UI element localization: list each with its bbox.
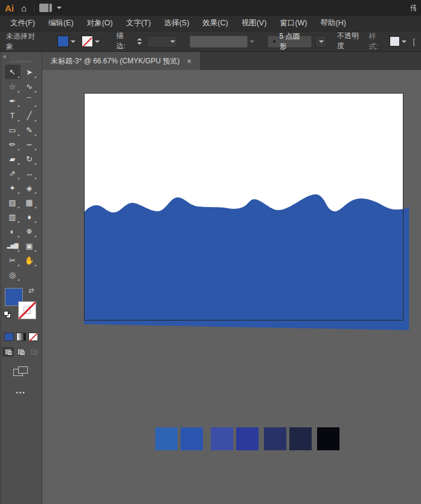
tools-panel: « ↖➤☆∿✒⌒T╱▭✎✏∽▰↻⇗↔✦◈▨▦▥♦◐✵▂▅▇▣✂✋◎ ⇄ [0, 52, 42, 504]
home-icon[interactable]: ⌂ [19, 4, 29, 13]
menu-window[interactable]: 窗口(W) [273, 16, 313, 31]
stroke-weight-label[interactable]: 描边: [117, 31, 133, 53]
mesh-tool[interactable]: ▦ [22, 195, 37, 209]
chevron-down-icon[interactable] [319, 40, 324, 43]
control-bar: 未选择对象 描边: ● 5 点圆形 不透明度 样式: [0, 31, 421, 52]
fill-swatch[interactable] [57, 36, 69, 47]
chevron-down-icon[interactable] [71, 40, 76, 43]
default-fill-stroke-icon[interactable] [4, 311, 11, 318]
pencil-tool[interactable]: ✏ [5, 137, 21, 152]
illustrator-logo: Ai [5, 3, 14, 13]
artwork-swatch-1[interactable] [155, 427, 178, 450]
brush-definition-select[interactable]: ● 5 点圆形 [268, 36, 312, 48]
collapse-panel-icon[interactable]: « [0, 52, 42, 60]
symbol-sprayer-tool[interactable]: ✵ [22, 224, 37, 238]
menu-select[interactable]: 选择(S) [158, 16, 196, 31]
puppet-warp-tool[interactable]: ✦ [5, 180, 21, 195]
stroke-weight-select[interactable] [147, 36, 178, 48]
eyedropper-tool[interactable]: ♦ [22, 209, 37, 224]
smooth-tool[interactable]: ∽ [22, 137, 37, 152]
swap-fill-stroke-icon[interactable]: ⇄ [28, 287, 34, 295]
artboard-tool-icon: ▣ [25, 242, 33, 250]
draw-inside-mode [28, 347, 39, 357]
stroke-weight-stepper[interactable] [136, 38, 143, 45]
scale-tool[interactable]: ⇗ [5, 166, 21, 180]
line-segment-tool-icon: ╱ [27, 112, 32, 120]
stroke-color-dropdown[interactable] [80, 36, 101, 47]
selection-tool-icon: ↖ [9, 68, 16, 76]
menu-file[interactable]: 文件(F) [4, 16, 42, 31]
artwork-swatch-3[interactable] [211, 427, 233, 450]
menu-edit[interactable]: 编辑(E) [42, 16, 80, 31]
graphic-style-dropdown[interactable] [388, 36, 408, 46]
artwork-swatch-7[interactable] [317, 427, 339, 450]
slice-tool[interactable]: ✂ [5, 253, 21, 267]
zoom-tool[interactable]: ◎ [5, 267, 21, 282]
pen-tool[interactable]: ✒ [5, 94, 21, 108]
menu-view[interactable]: 视图(V) [235, 16, 274, 31]
artboard-tool[interactable]: ▣ [22, 238, 37, 253]
rotate-tool-icon: ↻ [26, 155, 33, 163]
rectangle-tool[interactable]: ▭ [5, 123, 21, 137]
chevron-down-icon[interactable] [57, 7, 62, 9]
stroke-none-swatch[interactable] [82, 36, 93, 47]
artwork-swatch-5[interactable] [264, 427, 286, 450]
selection-tool[interactable]: ↖ [5, 65, 21, 79]
pencil-tool-icon: ✏ [9, 141, 16, 148]
none-slash-icon [82, 37, 92, 46]
panel-drag-handle[interactable] [11, 61, 31, 62]
direct-selection-tool[interactable]: ➤ [22, 65, 37, 79]
stroke-indicator[interactable] [18, 301, 36, 319]
fill-color-dropdown[interactable] [56, 36, 77, 47]
blend-tool[interactable]: ◐ [5, 224, 21, 238]
stepper-down-icon[interactable] [137, 42, 142, 45]
color-button[interactable] [4, 333, 14, 341]
menu-help[interactable]: 帮助(H) [314, 16, 353, 31]
change-screen-mode-icon[interactable] [13, 366, 29, 377]
perspective-grid-tool[interactable]: ▨ [5, 195, 21, 209]
edit-toolbar-icon[interactable]: ••• [0, 389, 42, 396]
menu-type[interactable]: 文字(T) [120, 16, 158, 31]
canvas-area[interactable] [42, 70, 421, 504]
artwork-swatch-2[interactable] [181, 427, 203, 450]
rotate-tool[interactable]: ↻ [22, 152, 37, 166]
style-swatch[interactable] [390, 36, 400, 46]
menu-object[interactable]: 对象(O) [80, 16, 120, 31]
stepper-up-icon[interactable] [137, 38, 142, 40]
width-tool[interactable]: ↔ [22, 166, 37, 180]
opacity-link[interactable]: 不透明度 [337, 31, 365, 53]
menu-effect[interactable]: 效果(C) [196, 16, 234, 31]
width-tool-icon: ↔ [25, 170, 33, 177]
line-segment-tool[interactable]: ╱ [22, 108, 37, 123]
direct-selection-tool-icon: ➤ [26, 68, 33, 76]
smooth-tool-icon: ∽ [26, 141, 33, 148]
none-button[interactable] [28, 333, 38, 341]
gradient-tool[interactable]: ▥ [5, 209, 21, 224]
symbol-sprayer-tool-icon: ✵ [26, 228, 33, 235]
shape-builder-tool[interactable]: ◈ [22, 180, 37, 195]
hand-tool-icon: ✋ [24, 257, 34, 264]
type-tool[interactable]: T [5, 108, 21, 123]
eraser-tool[interactable]: ▰ [5, 152, 21, 166]
chevron-down-icon[interactable] [95, 40, 100, 43]
artwork-swatch-4[interactable] [236, 427, 259, 450]
brush-dropdown-button[interactable] [315, 36, 326, 48]
wave-artwork[interactable] [84, 194, 409, 330]
magic-wand-tool[interactable]: ☆ [5, 79, 21, 94]
artwork-swatch-6[interactable] [289, 427, 312, 450]
column-graph-tool[interactable]: ▂▅▇ [5, 238, 21, 253]
type-tool-icon: T [10, 112, 15, 120]
draw-behind-mode[interactable] [15, 347, 27, 357]
chevron-down-icon[interactable] [170, 40, 175, 43]
lasso-tool[interactable]: ∿ [22, 79, 37, 94]
chevron-down-icon[interactable] [402, 40, 407, 43]
graphic-style-label: 样式: [369, 31, 385, 52]
close-tab-icon[interactable]: × [187, 57, 192, 66]
gradient-button[interactable] [16, 333, 26, 341]
paintbrush-tool[interactable]: ✎ [22, 123, 37, 137]
curvature-tool[interactable]: ⌒ [22, 94, 37, 108]
document-tab[interactable]: 未标题-3* @ 66.67% (CMYK/GPU 预览) × [42, 52, 200, 70]
hand-tool[interactable]: ✋ [22, 253, 37, 267]
workspace-switcher-icon[interactable] [39, 4, 52, 12]
draw-normal-mode[interactable] [2, 347, 14, 357]
